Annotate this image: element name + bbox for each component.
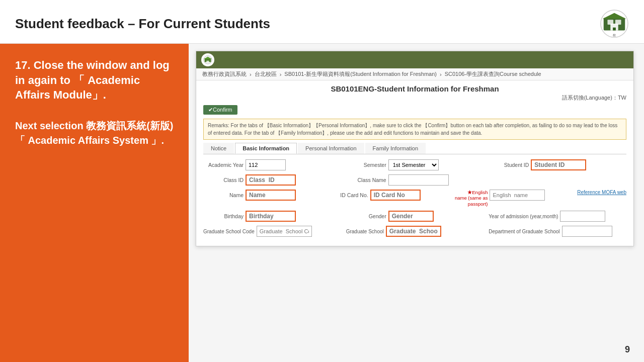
tab-basic-information[interactable]: Basic Information: [235, 143, 297, 154]
mofa-reference-link[interactable]: Reference MOFA web: [577, 190, 626, 195]
id-card-group: ID Card No.: [328, 190, 448, 201]
graduate-school-code-input[interactable]: [257, 226, 312, 237]
academic-year-input[interactable]: [246, 159, 286, 170]
page-title: Student feedback – For Current Students: [15, 16, 270, 32]
page-header: Student feedback – For Current Students …: [0, 0, 644, 44]
semester-select[interactable]: 1st Semester 2nd Semester: [388, 159, 439, 170]
tabs-bar: Notice Basic Information Personal Inform…: [203, 143, 626, 154]
birthday-input[interactable]: [246, 211, 296, 222]
step-title: 17. Close the window and log in again to…: [15, 58, 174, 103]
breadcrumb-menu2: SC0106-學生課表查詢Course schedule: [445, 70, 541, 78]
name-group: Name: [203, 190, 323, 201]
year-admission-input[interactable]: [560, 211, 605, 222]
page-body: 17. Close the window and log in again to…: [0, 44, 644, 362]
class-name-label: Class Name: [346, 177, 386, 183]
right-panel: 教務行政資訊系統 › 台北校區 › SB0101-新生學籍資料填報(Studen…: [189, 44, 644, 362]
dept-graduate-group: Department of Graduate School: [489, 226, 626, 237]
breadcrumb-campus: 台北校區: [255, 70, 277, 78]
ss-logo-icon: [201, 53, 214, 66]
tab-family-information[interactable]: Family Information: [365, 143, 426, 154]
dept-graduate-label: Department of Graduate School: [489, 229, 559, 234]
tab-personal-information[interactable]: Personal Information: [298, 143, 364, 154]
breadcrumb: 教務行政資訊系統 › 台北校區 › SB0101-新生學籍資料填報(Studen…: [196, 68, 633, 80]
university-logo: 校: [600, 9, 629, 38]
gender-group: Gender: [346, 211, 484, 222]
student-id-input[interactable]: [531, 159, 586, 170]
gender-label: Gender: [346, 213, 386, 219]
birthday-group: Birthday: [203, 211, 341, 222]
student-id-group: Student ID: [489, 159, 626, 170]
academic-year-label: Academic Year: [203, 162, 244, 168]
svg-text:校: 校: [612, 34, 616, 37]
form-area: Academic Year Semester 1st Semester 2nd …: [196, 154, 633, 246]
student-id-label: Student ID: [489, 162, 529, 168]
id-card-label: ID Card No.: [328, 192, 368, 198]
dept-graduate-input[interactable]: [562, 226, 612, 237]
confirm-button[interactable]: ✔Confirm: [203, 105, 237, 115]
svg-rect-11: [206, 61, 209, 62]
form-row-5: Graduate School Code Graduate School Dep…: [203, 226, 626, 237]
semester-label: Semester: [346, 162, 386, 168]
graduate-school-code-label: Graduate School Code: [203, 229, 255, 234]
form-title: SB0101ENG-Student Information for Freshm…: [196, 80, 633, 94]
step-desc: Next selection 教務資訊系統(新版) 「 Academic Aff…: [15, 119, 174, 148]
gender-input[interactable]: [388, 211, 434, 222]
ss-topbar: [196, 51, 633, 68]
form-row-1: Academic Year Semester 1st Semester 2nd …: [203, 159, 626, 170]
class-id-group: Class ID: [203, 174, 341, 186]
year-admission-group: Year of admission (year,month): [489, 211, 626, 222]
graduate-school-label: Graduate School: [346, 229, 384, 234]
english-name-input[interactable]: [490, 190, 545, 201]
form-row-2: Class ID Class Name: [203, 174, 626, 186]
confirm-bar: ✔Confirm: [196, 103, 633, 117]
page-container: Student feedback – For Current Students …: [0, 0, 644, 362]
academic-year-group: Academic Year: [203, 159, 341, 170]
screenshot-window: 教務行政資訊系統 › 台北校區 › SB0101-新生學籍資料填報(Studen…: [196, 51, 634, 246]
name-input[interactable]: [246, 190, 296, 201]
form-row-4: Birthday Gender Year of admission (year,…: [203, 211, 626, 222]
class-name-input[interactable]: [388, 174, 449, 186]
birthday-label: Birthday: [203, 213, 244, 219]
left-panel: 17. Close the window and log in again to…: [0, 44, 189, 362]
class-name-group: Class Name: [346, 174, 484, 186]
breadcrumb-sep2: ›: [280, 71, 282, 77]
name-label: Name: [203, 192, 244, 198]
svg-rect-6: [613, 28, 616, 31]
id-card-input[interactable]: [370, 190, 421, 201]
class-id-label: Class ID: [203, 177, 244, 183]
english-name-group: ★Englishname (same aspassport): [452, 190, 572, 207]
tab-notice[interactable]: Notice: [203, 143, 234, 154]
breadcrumb-menu1: SB0101-新生學籍資料填報(Student Information for …: [284, 70, 437, 78]
language-label: 語系切換(Language)：TW: [196, 94, 633, 103]
graduate-school-code-group: Graduate School Code: [203, 226, 341, 237]
semester-group: Semester 1st Semester 2nd Semester: [346, 159, 484, 170]
class-id-input[interactable]: [246, 174, 296, 186]
remark-text: Remarks: For the tabs of 【Basic Informat…: [203, 119, 626, 140]
page-number: 9: [625, 344, 630, 355]
graduate-school-group: Graduate School: [346, 226, 484, 237]
breadcrumb-system: 教務行政資訊系統: [202, 70, 247, 78]
mofa-reference-text: Reference MOFA web: [577, 190, 626, 195]
english-name-label: ★Englishname (same aspassport): [452, 190, 488, 207]
graduate-school-input[interactable]: [386, 226, 441, 237]
breadcrumb-sep1: ›: [250, 71, 252, 77]
breadcrumb-sep3: ›: [440, 71, 442, 77]
form-row-3: Name ID Card No. ★Englishname (same aspa…: [203, 190, 626, 207]
year-admission-label: Year of admission (year,month): [489, 214, 558, 219]
